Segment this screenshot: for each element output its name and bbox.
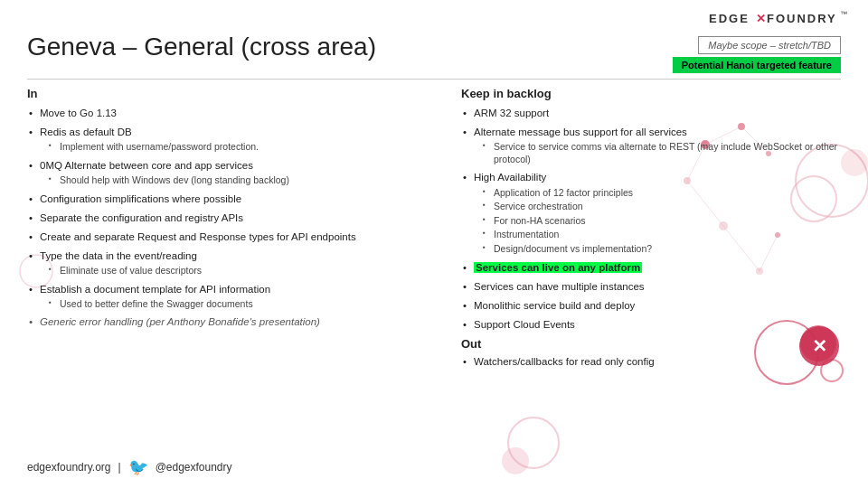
top-bar: EDGE ✕ FOUNDRY ™ xyxy=(0,0,868,33)
list-item: Redis as default DB Implement with usern… xyxy=(27,125,443,154)
page-title: Geneva – General (cross area) xyxy=(27,33,376,61)
list-item: Service to service comms via alternate t… xyxy=(483,141,841,165)
right-col-header: Keep in backlog xyxy=(461,87,841,100)
out-items-list: Watchers/callbacks for read only config xyxy=(461,354,841,369)
left-col-header: In xyxy=(27,87,443,100)
right-column: Keep in backlog ARM 32 support Alternate… xyxy=(461,87,841,439)
list-item: Implement with username/password protect… xyxy=(49,141,443,154)
list-item-highlighted: Services can live on any platform xyxy=(461,260,841,275)
list-item: Support Cloud Events xyxy=(461,317,841,332)
title-section: Geneva – General (cross area) Maybe scop… xyxy=(0,33,868,79)
left-items-list: Move to Go 1.13 Redis as default DB Impl… xyxy=(27,106,443,329)
twitter-icon: 🐦 xyxy=(128,457,148,477)
footer-separator: | xyxy=(118,461,121,474)
svg-text:✕: ✕ xyxy=(756,12,766,25)
list-item: High Availability Application of 12 fact… xyxy=(461,170,841,255)
list-item: Eliminate use of value descriptors xyxy=(49,265,443,277)
list-item: Establish a document template for API in… xyxy=(27,282,443,311)
list-item: Services can have multiple instances xyxy=(461,279,841,294)
logo: EDGE ✕ FOUNDRY ™ xyxy=(709,7,854,29)
list-item: Application of 12 factor principles xyxy=(483,187,841,200)
footer-url: edgexfoundry.org xyxy=(27,461,111,474)
list-item: Service orchestration xyxy=(483,201,841,213)
section-divider xyxy=(27,79,841,80)
main-columns: In Move to Go 1.13 Redis as default DB I… xyxy=(0,87,868,439)
list-item: Monolithic service build and deploy xyxy=(461,298,841,313)
list-item: Used to better define the Swagger docume… xyxy=(49,298,443,311)
list-item: Configuration simplifications where poss… xyxy=(27,192,443,206)
out-section: Out Watchers/callbacks for read only con… xyxy=(461,337,841,369)
right-items-list: ARM 32 support Alternate message bus sup… xyxy=(461,106,841,332)
list-item: Generic error handling (per Anthony Bona… xyxy=(27,314,443,329)
list-item: Watchers/callbacks for read only config xyxy=(461,354,841,369)
list-item: Instrumentation xyxy=(483,229,841,241)
hanoi-badge: Potential Hanoi targeted feature xyxy=(673,57,841,73)
stretch-badge: Maybe scope – stretch/TBD xyxy=(698,36,841,54)
left-column: In Move to Go 1.13 Redis as default DB I… xyxy=(27,87,443,439)
list-item: Move to Go 1.13 xyxy=(27,106,443,120)
footer: edgexfoundry.org | 🐦 @edgexfoundry xyxy=(0,452,259,483)
list-item: Design/document vs implementation? xyxy=(483,243,841,256)
svg-point-7 xyxy=(502,447,529,474)
list-item: Separate the configuration and registry … xyxy=(27,211,443,225)
list-item: For non-HA scenarios xyxy=(483,215,841,228)
svg-text:™: ™ xyxy=(840,10,847,18)
list-item: Should help with Windows dev (long stand… xyxy=(49,174,443,187)
list-item: 0MQ Alternate between core and app servi… xyxy=(27,158,443,187)
out-header: Out xyxy=(461,337,841,351)
svg-text:EDGE: EDGE xyxy=(709,12,750,25)
svg-text:FOUNDRY: FOUNDRY xyxy=(767,12,837,25)
list-item: Alternate message bus support for all se… xyxy=(461,125,841,165)
list-item: Create and separate Request and Response… xyxy=(27,230,443,244)
footer-handle: @edgexfoundry xyxy=(156,461,232,474)
list-item: Type the data in the event/reading Elimi… xyxy=(27,249,443,277)
scope-badges: Maybe scope – stretch/TBD Potential Hano… xyxy=(673,36,841,73)
list-item: ARM 32 support xyxy=(461,106,841,120)
